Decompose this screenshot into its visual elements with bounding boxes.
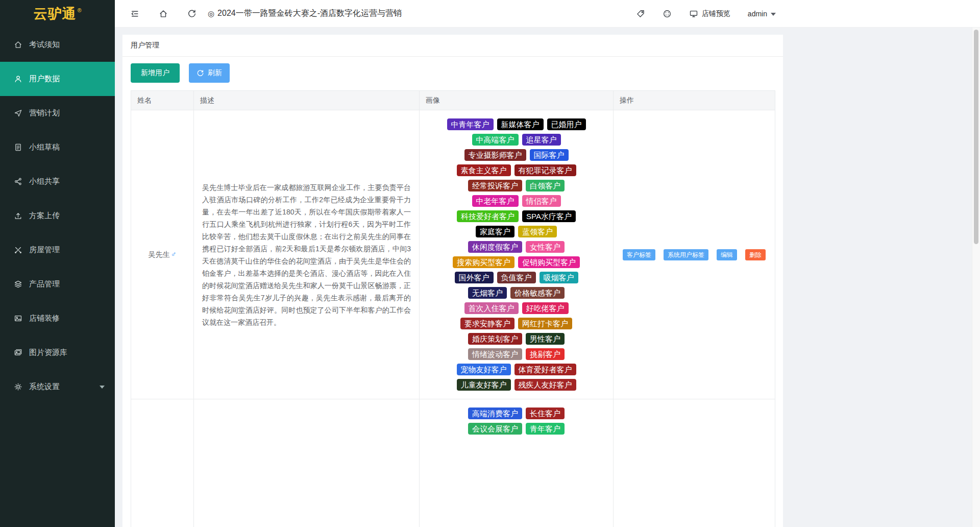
sidebar-item-marketing-plan[interactable]: 营销计划 [0, 96, 115, 130]
title-circle-icon: ◎ [208, 9, 214, 18]
customer-tag: 休闲度假客户 [468, 241, 522, 253]
sidebar-item-system-settings[interactable]: 系统设置 [0, 370, 115, 404]
customer-tag: 吸烟客户 [540, 272, 578, 283]
customer-tag: 促销购买型客户 [518, 256, 580, 268]
sidebar-item-user-data[interactable]: 用户数据 [0, 62, 115, 96]
sidebar-item-exam-notice[interactable]: 考试须知 [0, 28, 115, 62]
image-icon [14, 314, 22, 323]
description-cell [194, 399, 420, 527]
user-menu-label: admin [748, 10, 767, 18]
shop-preview-button[interactable]: 店铺预览 [689, 9, 730, 18]
page-title: 2024一带一路暨金砖大赛之-酒店数字化运营与营销 [217, 8, 402, 19]
customer-tag: 中老年客户 [472, 195, 519, 207]
delete-button[interactable]: 删除 [745, 249, 766, 260]
actions-cell: 客户标签系统用户标签编辑删除 [614, 399, 775, 527]
edit-button[interactable]: 编辑 [717, 249, 737, 260]
customer-tag: 要求安静客户 [460, 318, 514, 329]
toolbar: 新增用户 刷新 [122, 57, 783, 90]
tag-line: 科技爱好者客户SPA水疗客户 [423, 210, 610, 222]
sidebar-item-label: 小组草稿 [29, 142, 60, 152]
tag-line: 情绪波动客户挑剔客户 [423, 348, 610, 360]
customer-tag: 高端消费客户 [468, 408, 522, 419]
topbar-title-group: ◎ 2024一带一路暨金砖大赛之-酒店数字化运营与营销 [208, 8, 402, 19]
customer-tag: 婚庆策划客户 [468, 333, 522, 345]
customer-tag: 首次入住客户 [464, 302, 519, 314]
description-cell: 吴先生博士毕业后在一家成都旅游互联网企业工作，主要负责平台入驻酒店市场口碑的分析… [194, 110, 420, 399]
sidebar-item-label: 考试须知 [29, 40, 60, 50]
customer-tag-button[interactable]: 客户标签 [623, 249, 655, 260]
sidebar-item-product-management[interactable]: 产品管理 [0, 267, 115, 301]
sidebar-item-label: 系统设置 [29, 382, 60, 392]
tag-line: 搜索购买型客户促销购买型客户 [423, 256, 610, 268]
logo-text: 云驴通 [33, 5, 76, 23]
customer-tag: 国际客户 [530, 149, 569, 161]
actions-cell: 客户标签系统用户标签编辑删除 [614, 110, 775, 399]
customer-tag: 经常投诉客户 [468, 180, 522, 191]
name-cell [131, 399, 194, 527]
system-user-tag-button[interactable]: 系统用户标签 [664, 249, 708, 260]
draft-icon [14, 143, 22, 152]
add-user-button[interactable]: 新增用户 [131, 63, 180, 83]
gallery-icon [14, 348, 22, 357]
tag-line: 高端消费客户长住客户 [423, 408, 610, 419]
table-row: 高端消费客户长住客户会议会展客户青年客户客户标签系统用户标签编辑删除 [131, 399, 775, 527]
upload-icon [14, 211, 22, 220]
customer-tag: 科技爱好者客户 [457, 210, 519, 222]
sidebar-item-plan-upload[interactable]: 方案上传 [0, 199, 115, 233]
sidebar-item-label: 产品管理 [29, 279, 60, 289]
sidebar-item-group-draft[interactable]: 小组草稿 [0, 130, 115, 164]
sidebar-item-shop-decoration[interactable]: 店铺装修 [0, 301, 115, 336]
home-icon[interactable] [159, 9, 168, 18]
customer-tag: 长住客户 [526, 408, 565, 419]
customer-tag: 青年客户 [526, 423, 565, 435]
send-icon [14, 109, 22, 117]
customer-tag: 无烟客户 [468, 287, 507, 299]
sidebar-item-label: 店铺装修 [29, 314, 60, 323]
customer-tag: 新媒体客户 [497, 118, 544, 130]
customer-tag: 白领客户 [526, 180, 565, 191]
customer-tag: SPA水疗客户 [522, 210, 576, 222]
column-header-0: 姓名 [131, 91, 194, 110]
tag-icon[interactable] [636, 9, 645, 18]
logo: 云驴通 ® [0, 0, 115, 28]
shop-preview-label: 店铺预览 [702, 9, 730, 18]
refresh-list-button[interactable]: 刷新 [189, 63, 230, 83]
tag-line: 中老年客户情侣客户 [423, 195, 610, 207]
sidebar-item-image-library[interactable]: 图片资源库 [0, 336, 115, 370]
sidebar-item-label: 方案上传 [29, 211, 60, 221]
tag-line: 中青年客户新媒体客户已婚用户 [423, 118, 610, 130]
customer-tag: 素食主义客户 [457, 164, 511, 176]
male-symbol: ♂ [170, 250, 176, 258]
customer-tag: 情侣客户 [522, 195, 561, 207]
customer-tag: 有犯罪记录客户 [514, 164, 576, 176]
customer-tag: 女性客户 [526, 241, 565, 253]
topbar-left [130, 9, 197, 18]
topbar: ◎ 2024一带一路暨金砖大赛之-酒店数字化运营与营销 店铺预览 admin [115, 0, 980, 28]
customer-tag: 国外客户 [455, 272, 494, 283]
name-cell: 吴先生♂ [131, 110, 194, 399]
column-header-2: 画像 [420, 91, 614, 110]
sidebar-item-house-management[interactable]: 房屋管理 [0, 233, 115, 267]
tag-line: 要求安静客户网红打卡客户 [423, 318, 610, 329]
sidebar-item-label: 营销计划 [29, 108, 60, 118]
chevron-down-icon [771, 13, 776, 16]
sidebar-item-group-share[interactable]: 小组共享 [0, 164, 115, 199]
vertical-scrollbar[interactable] [972, 28, 980, 527]
portrait-cell: 中青年客户新媒体客户已婚用户中高端客户追星客户专业摄影师客户国际客户素食主义客户… [420, 110, 614, 399]
collapse-menu-icon[interactable] [130, 9, 139, 18]
theme-palette-icon[interactable] [663, 9, 672, 18]
user-table: 姓名描述画像操作 吴先生♂吴先生博士毕业后在一家成都旅游互联网企业工作，主要负责… [131, 90, 775, 527]
tag-line: 经常投诉客户白领客户 [423, 180, 610, 191]
monitor-icon [689, 9, 698, 18]
customer-tag: 会议会展客户 [468, 423, 522, 435]
customer-tag: 网红打卡客户 [518, 318, 572, 329]
refresh-icon[interactable] [187, 9, 197, 18]
customer-tag: 体育爱好者客户 [514, 364, 576, 375]
refresh-button-label: 刷新 [208, 68, 222, 78]
topbar-right: 店铺预览 admin [636, 9, 776, 18]
scrollbar-thumb[interactable] [974, 30, 978, 244]
user-menu[interactable]: admin [748, 10, 776, 18]
tag-line: 素食主义客户有犯罪记录客户 [423, 164, 610, 176]
tag-line: 家庭客户蓝领客户 [423, 226, 610, 237]
customer-tag: 好吃佬客户 [522, 302, 569, 314]
